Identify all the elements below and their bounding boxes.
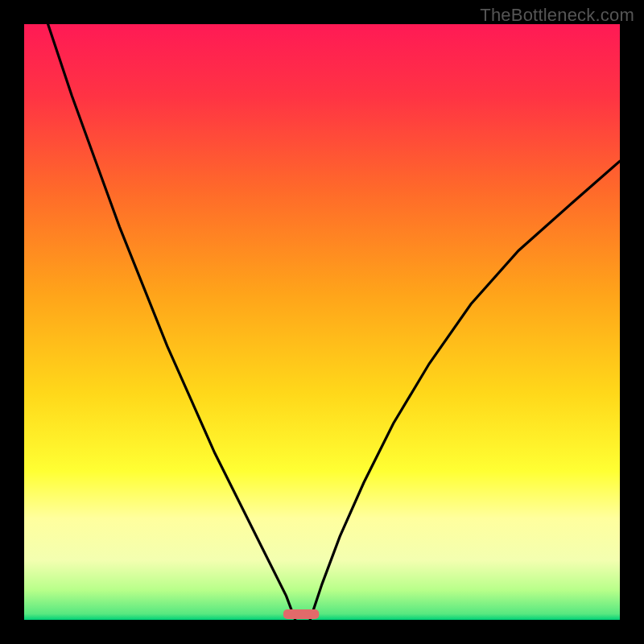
chart-frame bbox=[24, 24, 620, 620]
chart-background bbox=[24, 24, 620, 620]
bottleneck-chart bbox=[24, 24, 620, 620]
watermark-text: TheBottleneck.com bbox=[480, 5, 634, 26]
minimum-marker bbox=[283, 609, 319, 619]
